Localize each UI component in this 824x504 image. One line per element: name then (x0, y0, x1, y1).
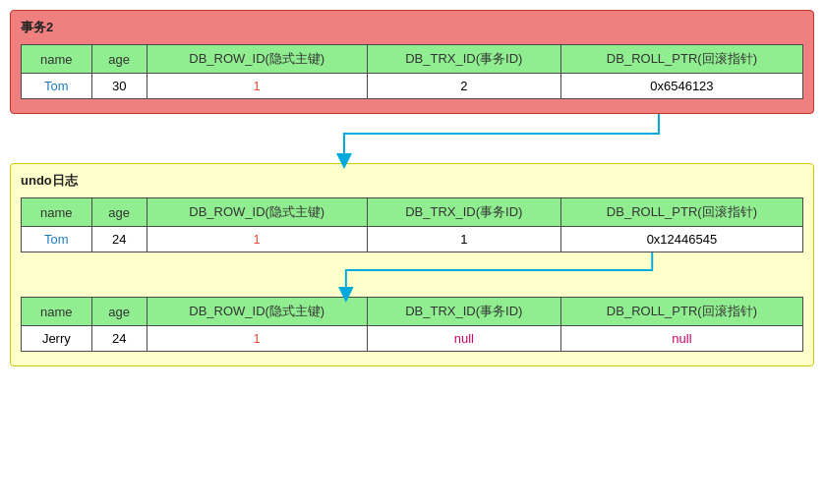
td-rollptr-1: 0x6546123 (560, 74, 802, 99)
undo2-td-rollptr: null (560, 326, 802, 352)
undo1-th-rollptr: DB_ROLL_PTR(回滚指针) (560, 198, 802, 227)
undo1-td-rollptr: 0x12446545 (560, 227, 802, 252)
undo1-td-rowid: 1 (147, 227, 367, 252)
arrow-2-svg (21, 252, 803, 297)
arrow-2-area (21, 252, 803, 297)
td-age-1: 30 (91, 74, 147, 99)
th-age-1: age (91, 45, 147, 74)
undo1-td-age: 24 (91, 227, 147, 252)
th-name-1: name (22, 45, 92, 74)
th-rowid-1: DB_ROW_ID(隐式主键) (147, 45, 367, 74)
undo2-data-row: Jerry 24 1 null null (22, 326, 803, 352)
undo1-th-age: age (91, 198, 147, 227)
undo2-td-rowid: 1 (147, 326, 367, 352)
th-rollptr-1: DB_ROLL_PTR(回滚指针) (560, 45, 802, 74)
undo-table-2: name age DB_ROW_ID(隐式主键) DB_TRX_ID(事务ID)… (21, 297, 803, 352)
undo1-data-row: Tom 24 1 1 0x12446545 (22, 227, 803, 252)
undo2-td-trxid: null (367, 326, 560, 352)
transaction-data-row: Tom 30 1 2 0x6546123 (22, 74, 803, 99)
th-trxid-1: DB_TRX_ID(事务ID) (367, 45, 560, 74)
transaction-header-row: name age DB_ROW_ID(隐式主键) DB_TRX_ID(事务ID)… (22, 45, 803, 74)
undo-title: undo日志 (21, 172, 803, 190)
transaction-table: name age DB_ROW_ID(隐式主键) DB_TRX_ID(事务ID)… (21, 44, 803, 99)
undo2-td-age: 24 (91, 326, 147, 352)
transaction-box: 事务2 name age DB_ROW_ID(隐式主键) DB_TRX_ID(事… (10, 10, 814, 114)
arrow-1-svg (10, 114, 814, 163)
undo1-td-name: Tom (22, 227, 92, 252)
undo2-td-name: Jerry (22, 326, 92, 352)
undo1-th-rowid: DB_ROW_ID(隐式主键) (147, 198, 367, 227)
undo2-header-row: name age DB_ROW_ID(隐式主键) DB_TRX_ID(事务ID)… (22, 298, 803, 326)
undo2-th-trxid: DB_TRX_ID(事务ID) (367, 298, 560, 326)
undo1-header-row: name age DB_ROW_ID(隐式主键) DB_TRX_ID(事务ID)… (22, 198, 803, 227)
arrow-1-area (10, 114, 814, 163)
undo1-th-trxid: DB_TRX_ID(事务ID) (367, 198, 560, 227)
td-rowid-1: 1 (147, 74, 367, 99)
undo-box: undo日志 name age DB_ROW_ID(隐式主键) DB_TRX_I… (10, 163, 814, 366)
td-trxid-1: 2 (367, 74, 560, 99)
td-name-1: Tom (22, 74, 92, 99)
undo-table-1: name age DB_ROW_ID(隐式主键) DB_TRX_ID(事务ID)… (21, 197, 803, 252)
undo2-th-name: name (22, 298, 92, 326)
undo1-td-trxid: 1 (367, 227, 560, 252)
undo2-th-rowid: DB_ROW_ID(隐式主键) (147, 298, 367, 326)
transaction-title: 事务2 (21, 19, 803, 36)
undo1-th-name: name (22, 198, 92, 227)
undo2-th-age: age (91, 298, 147, 326)
undo2-th-rollptr: DB_ROLL_PTR(回滚指针) (560, 298, 802, 326)
